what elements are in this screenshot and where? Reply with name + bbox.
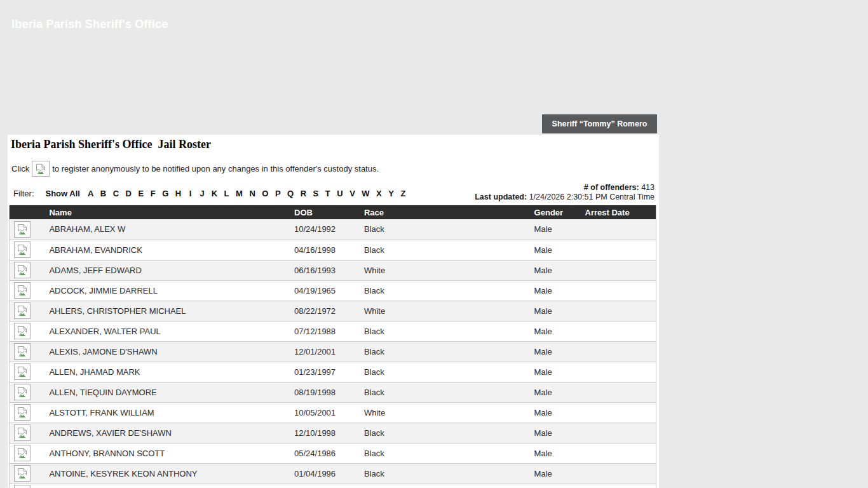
offender-dob: 01/04/1996 (289, 463, 359, 484)
filter-show-all-link[interactable]: Show All (46, 189, 80, 198)
offender-name: ALLEN, JHAMAD MARK (44, 362, 289, 382)
filter-letter-G[interactable]: G (162, 189, 168, 198)
filter-letter-Y[interactable]: Y (388, 189, 394, 198)
broken-image-icon (17, 264, 28, 276)
offender-photo-broken-image-icon[interactable] (14, 485, 31, 488)
offender-gender: Male (529, 280, 580, 301)
filter-letter-V[interactable]: V (349, 189, 355, 198)
offender-photo-broken-image-icon[interactable] (14, 323, 31, 339)
offender-photo-broken-image-icon[interactable] (14, 343, 31, 360)
filter-letter-Q[interactable]: Q (287, 189, 294, 198)
offender-name: ABRAHAM, ALEX W (44, 219, 289, 240)
sheriff-banner: Sheriff “Tommy” Romero (542, 114, 657, 133)
offender-photo-broken-image-icon[interactable] (14, 404, 31, 421)
offender-dob: 06/16/1993 (289, 260, 359, 280)
column-header-arrest-date: Arrest Date (580, 205, 656, 219)
offender-race: White (359, 301, 529, 321)
filter-letter-J[interactable]: J (200, 189, 205, 198)
column-header-gender: Gender (529, 205, 580, 219)
filter-letter-R[interactable]: R (301, 189, 306, 198)
offender-photo-cell (10, 341, 44, 362)
filter-letter-U[interactable]: U (337, 189, 342, 198)
filter-letter-W[interactable]: W (362, 189, 369, 198)
filter-letter-F[interactable]: F (151, 189, 156, 198)
offender-photo-broken-image-icon[interactable] (14, 282, 31, 299)
offender-photo-broken-image-icon[interactable] (14, 302, 31, 319)
table-header-row: Name DOB Race Gender Arrest Date (10, 205, 656, 219)
offender-photo-broken-image-icon[interactable] (14, 465, 31, 482)
table-row[interactable]: ANDREWS, XAVIER DE'SHAWN12/10/1998BlackM… (10, 423, 656, 443)
filter-letter-A[interactable]: A (88, 189, 93, 198)
table-row[interactable]: AHLERS, CHRISTOPHER MICHAEL08/22/1972Whi… (10, 301, 656, 321)
offender-name (44, 484, 289, 488)
filter-letter-O[interactable]: O (262, 189, 268, 198)
offender-arrest-date (580, 423, 656, 443)
table-row[interactable]: ADCOCK, JIMMIE DARRELL04/19/1965BlackMal… (10, 280, 656, 301)
filter-letter-C[interactable]: C (113, 189, 119, 198)
filter-letter-D[interactable]: D (126, 189, 132, 198)
offender-gender: Male (529, 321, 580, 341)
offender-race: Black (359, 321, 529, 341)
offender-photo-cell (10, 484, 44, 488)
offender-name: ANTOINE, KESYREK KEON ANTHONY (44, 463, 289, 484)
table-row[interactable]: ALEXIS, JAMONE D'SHAWN12/01/2001BlackMal… (10, 341, 656, 362)
offender-count: # of offenders: 413 (475, 183, 654, 193)
offender-photo-cell (10, 443, 44, 463)
jail-roster-panel: Iberia Parish Sheriff's Office Jail Rost… (8, 135, 659, 488)
offender-name: ADCOCK, JIMMIE DARRELL (44, 280, 289, 301)
broken-image-icon (17, 427, 28, 438)
offender-dob: 08/19/1998 (289, 382, 359, 402)
filter-letter-M[interactable]: M (236, 189, 243, 198)
table-row[interactable]: ALSTOTT, FRANK WILLIAM10/05/2001WhiteMal… (10, 402, 656, 423)
filter-letter-S[interactable]: S (313, 189, 319, 198)
broken-image-icon (17, 285, 28, 296)
offender-name: ALEXANDER, WALTER PAUL (44, 321, 289, 341)
filter-letter-I[interactable]: I (188, 189, 193, 198)
filter-letter-N[interactable]: N (249, 189, 255, 198)
table-row[interactable]: ALLEN, TIEQUIN DAYMORE08/19/1998BlackMal… (10, 382, 656, 402)
offender-photo-broken-image-icon[interactable] (14, 363, 31, 380)
filter-letter-B[interactable]: B (100, 189, 106, 198)
offender-photo-cell (10, 219, 44, 240)
offender-photo-broken-image-icon[interactable] (14, 262, 31, 278)
offender-photo-broken-image-icon[interactable] (14, 241, 31, 258)
offender-gender: Male (529, 402, 580, 423)
offender-photo-broken-image-icon[interactable] (14, 424, 31, 441)
filter-letter-H[interactable]: H (175, 189, 181, 198)
table-row[interactable]: ABRAHAM, ALEX W10/24/1992BlackMale (10, 219, 656, 240)
table-row[interactable]: ANTHONY, BRANNON SCOTT05/24/1986BlackMal… (10, 443, 656, 463)
offender-name: ADAMS, JEFF EDWARD (44, 260, 289, 280)
offender-photo-cell (10, 280, 44, 301)
filter-letter-P[interactable]: P (275, 189, 281, 198)
offender-photo-cell (10, 402, 44, 423)
table-row[interactable]: ADAMS, JEFF EDWARD06/16/1993WhiteMale (10, 260, 656, 280)
offender-photo-cell (10, 321, 44, 341)
sheriff-banner-label: Sheriff “Tommy” Romero (552, 119, 648, 128)
table-row[interactable]: ALLEN, JHAMAD MARK01/23/1997BlackMale (10, 362, 656, 382)
offender-arrest-date (580, 240, 656, 260)
offender-photo-cell (10, 240, 44, 260)
offender-race: White (359, 260, 529, 280)
filter-letter-L[interactable]: L (224, 189, 229, 198)
table-row-partial[interactable] (10, 484, 656, 488)
broken-image-icon (17, 407, 28, 418)
filter-letter-E[interactable]: E (138, 189, 144, 198)
offender-gender: Male (529, 362, 580, 382)
offender-name: ALSTOTT, FRANK WILLIAM (44, 402, 289, 423)
offender-race: Black (359, 240, 529, 260)
table-row[interactable]: ALEXANDER, WALTER PAUL07/12/1988BlackMal… (10, 321, 656, 341)
offender-photo-broken-image-icon[interactable] (14, 445, 31, 461)
offender-photo-broken-image-icon[interactable] (14, 221, 31, 238)
filter-letter-Z[interactable]: Z (400, 189, 405, 198)
offender-race: Black (359, 463, 529, 484)
filter-letter-X[interactable]: X (376, 189, 382, 198)
offender-gender: Male (529, 382, 580, 402)
register-broken-image-icon[interactable] (32, 161, 50, 177)
table-row[interactable]: ABRAHAM, EVANDRICK04/16/1998BlackMale (10, 240, 656, 260)
table-row[interactable]: ANTOINE, KESYREK KEON ANTHONY01/04/1996B… (10, 463, 656, 484)
offender-race: Black (359, 423, 529, 443)
offender-dob: 05/24/1986 (289, 443, 359, 463)
filter-letter-T[interactable]: T (325, 189, 330, 198)
filter-letter-K[interactable]: K (212, 189, 217, 198)
offender-photo-broken-image-icon[interactable] (14, 384, 31, 400)
